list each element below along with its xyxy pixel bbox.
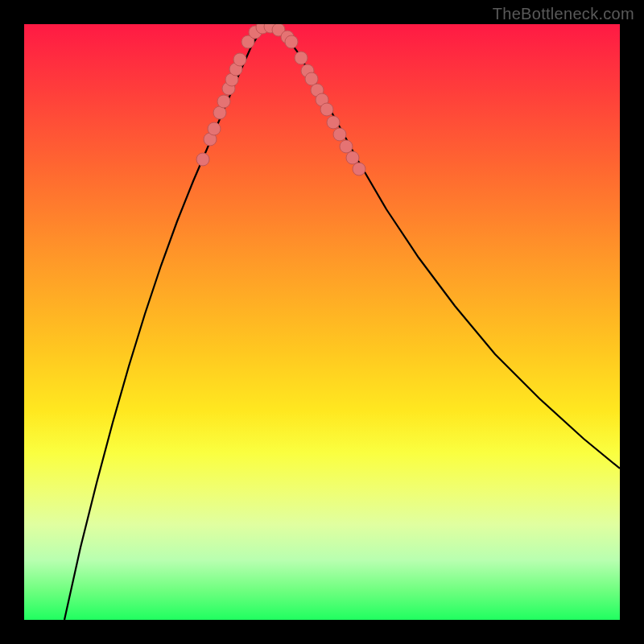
data-marker [285, 35, 298, 48]
data-marker [327, 116, 340, 129]
left-curve [64, 26, 266, 620]
data-marker [233, 53, 246, 66]
data-marker [346, 151, 359, 164]
markers-group [196, 24, 365, 175]
data-marker [333, 128, 346, 141]
watermark-text: TheBottleneck.com [493, 5, 634, 23]
data-marker [320, 103, 333, 116]
data-marker [305, 72, 318, 85]
data-marker [217, 95, 230, 108]
data-marker [196, 153, 209, 166]
data-marker [208, 122, 221, 135]
data-marker [353, 163, 365, 175]
chart-svg [24, 24, 620, 620]
data-marker [340, 140, 353, 153]
data-marker [295, 52, 308, 64]
plot-area [24, 24, 620, 620]
chart-frame: TheBottleneck.com [0, 0, 644, 644]
